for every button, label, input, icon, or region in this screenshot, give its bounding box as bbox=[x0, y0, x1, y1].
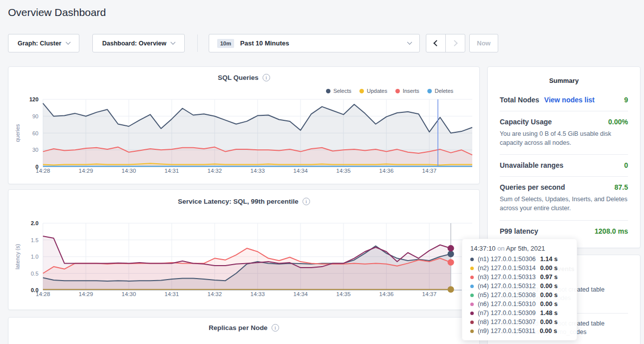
sql-queries-svg[interactable]: 030609012014:2814:2914:3014:3114:3214:33… bbox=[8, 96, 479, 179]
tooltip-node-label: (n5) 127.0.0.1:50308 bbox=[478, 292, 536, 299]
summary-panel: Summary Total NodesView nodes list9Capac… bbox=[487, 66, 641, 248]
time-range-label: Past 10 Minutes bbox=[240, 39, 289, 47]
chart-title: SQL Queries bbox=[218, 74, 259, 81]
tooltip-node-label: (n7) 127.0.0.1:50309 bbox=[478, 310, 536, 317]
svg-text:14:36: 14:36 bbox=[379, 291, 394, 297]
chart-legend: SelectsUpdatesInsertsDeletes bbox=[326, 88, 453, 94]
summary-row: Unavailable ranges0 bbox=[500, 155, 628, 177]
tooltip-node-value: 0.00 s bbox=[540, 292, 558, 299]
dashboard-dropdown[interactable]: Dashboard: Overview bbox=[92, 34, 185, 52]
svg-text:1.5: 1.5 bbox=[31, 237, 38, 243]
legend-item-selects[interactable]: Selects bbox=[326, 88, 351, 94]
summary-row-line: Total NodesView nodes list9 bbox=[500, 96, 628, 104]
info-icon[interactable] bbox=[303, 198, 310, 205]
svg-text:14:37: 14:37 bbox=[422, 168, 437, 174]
node-color-dot-icon bbox=[470, 258, 474, 261]
tooltip-rows: (n1) 127.0.0.1:503061.14 s(n2) 127.0.0.1… bbox=[470, 255, 569, 336]
svg-text:90: 90 bbox=[32, 113, 38, 119]
node-color-dot-icon bbox=[470, 285, 474, 288]
svg-text:14:32: 14:32 bbox=[208, 291, 222, 297]
svg-text:2.0: 2.0 bbox=[31, 220, 38, 226]
latency-chart-tooltip: 14:37:10 on Apr 5th, 2021 (n1) 127.0.0.1… bbox=[462, 239, 577, 341]
next-interval-button[interactable] bbox=[445, 34, 465, 52]
sql-queries-chart[interactable]: 030609012014:2814:2914:3014:3114:3214:33… bbox=[8, 96, 479, 181]
summary-row: Total NodesView nodes list9 bbox=[500, 89, 628, 111]
summary-metric-value: 0.00% bbox=[608, 118, 628, 126]
svg-text:latency (s): latency (s) bbox=[14, 244, 20, 270]
tooltip-node-label: (n6) 127.0.0.1:50310 bbox=[478, 301, 536, 308]
chevron-down-icon bbox=[171, 40, 176, 45]
info-icon[interactable] bbox=[263, 74, 270, 81]
toolbar-divider bbox=[197, 34, 198, 52]
dashboard-dropdown-label: Dashboard: Overview bbox=[102, 40, 167, 47]
summary-metric-value: 1208.0 ms bbox=[595, 227, 628, 235]
tooltip-time: 14:37:10 bbox=[470, 245, 496, 252]
summary-metric-description: You are using 0 B of 4.5 GiB usable disk… bbox=[500, 129, 628, 147]
svg-text:0.5: 0.5 bbox=[31, 271, 38, 277]
info-icon[interactable] bbox=[272, 324, 279, 332]
summary-metric-value: 87.5 bbox=[615, 183, 628, 191]
now-button[interactable]: Now bbox=[469, 34, 498, 52]
svg-text:14:28: 14:28 bbox=[36, 168, 50, 174]
svg-text:14:28: 14:28 bbox=[36, 291, 50, 297]
tooltip-node-label: (n8) 127.0.0.1:50307 bbox=[478, 319, 536, 326]
legend-item-inserts[interactable]: Inserts bbox=[395, 88, 419, 94]
node-color-dot-icon bbox=[470, 294, 474, 297]
service-latency-chart[interactable]: 0.00.51.01.52.014:2814:2914:3014:3114:32… bbox=[8, 216, 479, 304]
prev-interval-button[interactable] bbox=[426, 34, 445, 52]
tooltip-node-label: (n3) 127.0.0.1:50313 bbox=[478, 274, 536, 281]
tooltip-row: (n7) 127.0.0.1:503091.48 s bbox=[470, 309, 569, 318]
node-color-dot-icon bbox=[470, 321, 474, 324]
tooltip-row: (n2) 127.0.0.1:503140.00 s bbox=[470, 264, 569, 273]
node-color-dot-icon bbox=[470, 303, 474, 306]
chart-title: Replicas per Node bbox=[209, 324, 268, 332]
graph-dropdown[interactable]: Graph: Cluster bbox=[8, 34, 79, 52]
chart-title: Service Latency: SQL, 99th percentile bbox=[178, 198, 299, 205]
legend-item-updates[interactable]: Updates bbox=[359, 88, 387, 94]
summary-row-line: Capacity Usage0.00% bbox=[500, 118, 628, 126]
svg-text:14:31: 14:31 bbox=[165, 168, 179, 174]
view-nodes-list-link[interactable]: View nodes list bbox=[544, 96, 595, 104]
tooltip-node-label: (n9) 127.0.0.1:50311 bbox=[478, 328, 535, 335]
hover-dot bbox=[448, 245, 454, 252]
summary-rows: Total NodesView nodes list9Capacity Usag… bbox=[500, 89, 628, 242]
summary-row-line: Queries per second87.5 bbox=[500, 183, 628, 191]
summary-metric-value: 9 bbox=[624, 96, 628, 104]
svg-text:14:35: 14:35 bbox=[336, 291, 351, 297]
tooltip-row: (n1) 127.0.0.1:503061.14 s bbox=[470, 255, 569, 264]
tooltip-conj: on bbox=[497, 245, 504, 252]
tooltip-row: (n8) 127.0.0.1:503070.00 s bbox=[470, 318, 569, 327]
svg-text:14:35: 14:35 bbox=[336, 168, 351, 174]
legend-item-label: Inserts bbox=[403, 88, 419, 94]
tooltip-node-value: 0.97 s bbox=[540, 274, 558, 281]
svg-text:14:33: 14:33 bbox=[251, 291, 265, 297]
summary-header: Summary bbox=[500, 77, 628, 84]
svg-text:1.0: 1.0 bbox=[31, 254, 38, 260]
tooltip-node-value: 0.00 s bbox=[540, 301, 558, 308]
tooltip-node-label: (n4) 127.0.0.1:50312 bbox=[478, 283, 536, 290]
legend-item-deletes[interactable]: Deletes bbox=[427, 88, 453, 94]
svg-text:120: 120 bbox=[29, 96, 38, 102]
svg-text:14:36: 14:36 bbox=[379, 168, 394, 174]
time-range-badge: 10m bbox=[217, 39, 234, 48]
node-color-dot-icon bbox=[470, 276, 474, 279]
service-latency-svg[interactable]: 0.00.51.01.52.014:2814:2914:3014:3114:32… bbox=[8, 216, 479, 302]
chevron-left-icon bbox=[433, 40, 440, 46]
summary-metric-label: Total Nodes bbox=[500, 96, 539, 104]
hover-dot bbox=[448, 259, 454, 266]
tooltip-row: (n5) 127.0.0.1:503080.00 s bbox=[470, 291, 569, 300]
tooltip-node-label: (n2) 127.0.0.1:50314 bbox=[478, 265, 536, 272]
time-range-selector[interactable]: 10m Past 10 Minutes bbox=[209, 34, 420, 52]
summary-metric-description: Sum of Selects, Updates, Inserts, and De… bbox=[500, 195, 628, 213]
chevron-right-icon bbox=[451, 40, 458, 46]
svg-text:14:31: 14:31 bbox=[165, 291, 179, 297]
tooltip-node-value: 1.14 s bbox=[540, 256, 558, 263]
node-color-dot-icon bbox=[470, 330, 474, 333]
svg-text:14:32: 14:32 bbox=[208, 168, 222, 174]
tooltip-node-value: 0.00 s bbox=[540, 328, 557, 335]
tooltip-node-value: 0.00 s bbox=[540, 319, 558, 326]
tooltip-node-value: 0.00 s bbox=[540, 283, 558, 290]
svg-text:14:37: 14:37 bbox=[422, 291, 437, 297]
sql-queries-panel: SQL Queries SelectsUpdatesInsertsDeletes… bbox=[8, 66, 480, 184]
legend-dot-icon bbox=[395, 89, 400, 93]
